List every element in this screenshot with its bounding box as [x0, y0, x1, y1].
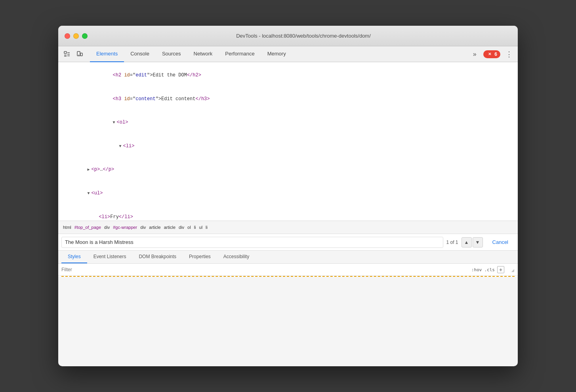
triangle-li[interactable]: ▼ — [119, 143, 123, 150]
maximize-button[interactable] — [82, 33, 88, 39]
inspect-icon[interactable] — [61, 49, 72, 60]
tab-performance[interactable]: Performance — [219, 46, 261, 62]
svg-rect-2 — [80, 53, 82, 56]
more-tabs-button[interactable]: » — [469, 49, 480, 60]
toolbar-tabs: Elements Console Sources Network Perform… — [90, 46, 469, 62]
svg-rect-0 — [64, 51, 67, 53]
devtools-window: DevTools - localhost:8080/web/tools/chro… — [58, 26, 518, 366]
tab-console[interactable]: Console — [124, 46, 156, 62]
triangle-p[interactable]: ▶ — [88, 167, 92, 173]
tab-event-listeners[interactable]: Event Listeners — [87, 251, 133, 263]
search-count: 1 of 1 — [443, 240, 462, 245]
tab-network[interactable]: Network — [187, 46, 219, 62]
add-style-button[interactable]: + — [497, 266, 504, 273]
error-icon: ✕ — [486, 51, 493, 57]
search-cancel-button[interactable]: Cancel — [486, 238, 515, 247]
tab-accessibility[interactable]: Accessibility — [217, 251, 256, 263]
breadcrumb-article-2[interactable]: article — [162, 224, 177, 230]
filter-bar: :hov .cls + — [58, 264, 518, 276]
traffic-lights — [65, 33, 88, 39]
error-badge[interactable]: ✕ 6 — [483, 50, 500, 58]
dom-line-p[interactable]: ▶<p>…</p> — [58, 158, 518, 182]
dom-tree: <h2 id="edit">Edit the DOM</h2> <h3 id="… — [58, 62, 518, 221]
tab-styles[interactable]: Styles — [61, 251, 87, 263]
resize-handle[interactable] — [509, 267, 515, 272]
dom-line-h3-content[interactable]: <h3 id="content">Edit content</h3> — [58, 88, 518, 111]
search-input[interactable] — [61, 237, 443, 248]
dom-line-li-open[interactable]: ▼<li> — [58, 135, 518, 158]
triangle-ol[interactable]: ▼ — [113, 120, 117, 126]
cls-button[interactable]: .cls — [484, 267, 495, 272]
tab-memory[interactable]: Memory — [261, 46, 292, 62]
window-title: DevTools - localhost:8080/web/tools/chro… — [95, 33, 511, 39]
dom-line-ol-open[interactable]: ▼<ol> — [58, 111, 518, 135]
toolbar-icons — [61, 49, 85, 60]
close-button[interactable] — [65, 33, 70, 39]
tab-dom-breakpoints[interactable]: DOM Breakpoints — [132, 251, 183, 263]
search-bar: 1 of 1 ▲ ▼ Cancel — [58, 234, 518, 251]
breadcrumb-article-1[interactable]: article — [147, 224, 162, 230]
filter-actions: :hov .cls + — [471, 266, 504, 273]
breadcrumb-div-3[interactable]: div — [177, 224, 186, 230]
search-nav: ▲ ▼ — [462, 237, 483, 247]
tab-sources[interactable]: Sources — [156, 46, 187, 62]
search-prev-button[interactable]: ▲ — [462, 237, 472, 247]
bottom-tabs: Styles Event Listeners DOM Breakpoints P… — [58, 251, 518, 264]
dashed-border — [61, 276, 515, 277]
filter-input[interactable] — [61, 267, 468, 272]
hov-button[interactable]: :hov — [471, 267, 482, 272]
search-next-button[interactable]: ▼ — [473, 237, 483, 247]
dom-line-li-fry[interactable]: <li>Fry</li> — [58, 205, 518, 221]
dom-line-h2[interactable]: <h2 id="edit">Edit the DOM</h2> — [58, 64, 518, 88]
breadcrumb-html[interactable]: html — [61, 224, 73, 230]
minimize-button[interactable] — [73, 33, 79, 39]
breadcrumb-li-last[interactable]: li — [204, 224, 209, 230]
toolbar: Elements Console Sources Network Perform… — [58, 46, 518, 62]
breadcrumb-ul[interactable]: ul — [198, 224, 204, 230]
bottom-panel: Styles Event Listeners DOM Breakpoints P… — [58, 251, 518, 277]
titlebar: DevTools - localhost:8080/web/tools/chro… — [58, 26, 518, 46]
tab-properties[interactable]: Properties — [183, 251, 217, 263]
breadcrumb-gc-wrapper[interactable]: #gc-wrapper — [111, 224, 139, 230]
breadcrumb-li[interactable]: li — [193, 224, 198, 230]
tab-elements[interactable]: Elements — [90, 46, 124, 62]
breadcrumb-div-1[interactable]: div — [103, 224, 111, 230]
kebab-menu-button[interactable]: ⋮ — [504, 49, 515, 60]
breadcrumb-top-of-page[interactable]: #top_of_page — [73, 224, 103, 230]
breadcrumb-ol[interactable]: ol — [186, 224, 193, 230]
triangle-ul[interactable]: ▼ — [88, 190, 92, 197]
toolbar-right: » ✕ 6 ⋮ — [469, 49, 515, 60]
dom-line-ul-open[interactable]: ▼<ul> — [58, 182, 518, 206]
device-icon[interactable] — [74, 49, 85, 60]
dom-panel[interactable]: <h2 id="edit">Edit the DOM</h2> <h3 id="… — [58, 62, 518, 221]
breadcrumb-div-2[interactable]: div — [139, 224, 147, 230]
breadcrumb-bar: html #top_of_page div #gc-wrapper div ar… — [58, 221, 518, 234]
